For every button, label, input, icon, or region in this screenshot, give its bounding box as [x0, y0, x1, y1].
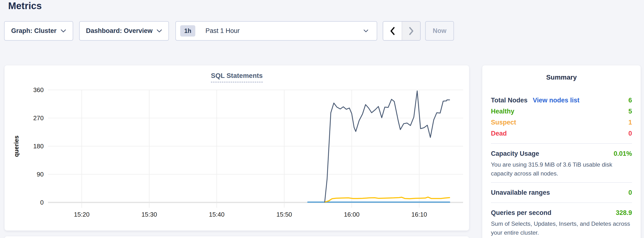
page-title: Metrics — [8, 1, 42, 11]
now-button[interactable]: Now — [425, 21, 454, 41]
suspect-value: 1 — [628, 119, 632, 126]
svg-text:15:40: 15:40 — [209, 211, 224, 218]
dead-label: Dead — [491, 130, 507, 137]
dashboard-dropdown[interactable]: Dashboard: Overview — [79, 21, 169, 41]
healthy-nodes-row: Healthy 5 — [491, 106, 632, 117]
total-nodes-value: 6 — [628, 97, 632, 104]
chevron-down-icon — [363, 29, 368, 33]
time-range-label: Past 1 Hour — [206, 27, 240, 35]
queries-per-second-description: Sum of Selects, Updates, Inserts, and De… — [491, 219, 632, 237]
next-time-button[interactable] — [402, 22, 420, 40]
svg-text:180: 180 — [33, 143, 44, 150]
dead-nodes-row: Dead 0 — [491, 128, 632, 139]
suspect-nodes-row: Suspect 1 — [491, 117, 632, 128]
prev-time-button[interactable] — [383, 22, 402, 40]
chevron-down-icon — [156, 29, 162, 33]
queries-per-second-value: 328.9 — [616, 209, 632, 217]
dead-value: 0 — [628, 130, 632, 137]
time-range-dropdown[interactable]: 1h Past 1 Hour — [176, 21, 377, 41]
svg-text:270: 270 — [33, 114, 44, 122]
unavailable-ranges-value: 0 — [628, 189, 632, 196]
now-button-label: Now — [433, 27, 446, 35]
graph-dropdown[interactable]: Graph: Cluster — [4, 21, 73, 41]
svg-text:16:00: 16:00 — [344, 211, 360, 218]
unavailable-ranges-label: Unavailable ranges — [491, 189, 550, 196]
graph-dropdown-label: Graph: Cluster — [11, 27, 56, 35]
divider — [491, 143, 632, 144]
total-nodes-row: Total Nodes View nodes list 6 — [491, 95, 632, 106]
chevron-right-icon — [408, 27, 414, 36]
sql-statements-chart[interactable]: 09018027036015:2015:3015:4015:5016:0016:… — [4, 83, 469, 229]
svg-text:15:30: 15:30 — [141, 211, 157, 218]
capacity-usage-value: 0.01% — [614, 150, 632, 158]
svg-text:360: 360 — [33, 86, 44, 93]
svg-text:15:20: 15:20 — [74, 211, 90, 218]
healthy-label: Healthy — [491, 108, 514, 115]
summary-heading: Summary — [491, 74, 632, 81]
svg-text:16:10: 16:10 — [412, 211, 427, 218]
queries-per-second-label: Queries per second — [491, 209, 552, 217]
divider — [491, 202, 632, 203]
capacity-usage-row: Capacity Usage 0.01% — [491, 148, 632, 159]
capacity-usage-label: Capacity Usage — [491, 150, 539, 158]
queries-per-second-row: Queries per second 328.9 — [491, 207, 632, 218]
chevron-left-icon — [390, 27, 396, 36]
dashboard-dropdown-label: Dashboard: Overview — [86, 27, 152, 35]
unavailable-ranges-row: Unavailable ranges 0 — [491, 187, 632, 198]
healthy-value: 5 — [628, 108, 632, 115]
node-status-rows: Total Nodes View nodes list 6 Healthy 5 … — [491, 95, 632, 139]
svg-text:queries: queries — [13, 136, 20, 157]
summary-panel: Summary Total Nodes View nodes list 6 He… — [482, 65, 641, 238]
next-chart-card — [4, 236, 469, 238]
svg-text:90: 90 — [37, 171, 44, 178]
time-range-badge: 1h — [180, 25, 195, 37]
view-nodes-list-link[interactable]: View nodes list — [533, 97, 580, 104]
chart-title[interactable]: SQL Statements — [211, 72, 263, 82]
chevron-down-icon — [60, 29, 66, 33]
divider — [491, 182, 632, 183]
sql-statements-card: SQL Statements 09018027036015:2015:3015:… — [4, 65, 469, 230]
svg-text:0: 0 — [40, 199, 44, 206]
time-step-buttons — [383, 21, 420, 41]
capacity-usage-description: You are using 315.9 MiB of 3.6 TiB usabl… — [491, 160, 632, 178]
svg-text:15:50: 15:50 — [276, 211, 292, 218]
suspect-label: Suspect — [491, 119, 516, 126]
total-nodes-label: Total Nodes — [491, 97, 528, 104]
